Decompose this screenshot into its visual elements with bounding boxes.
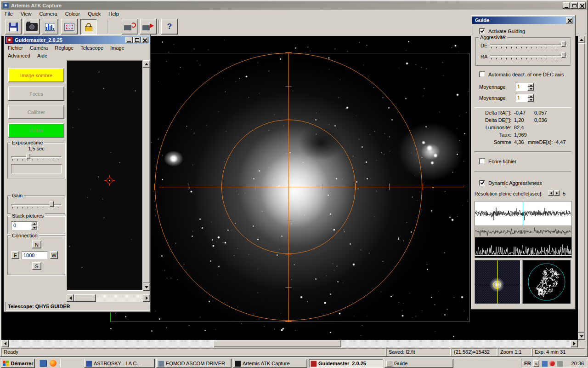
stack-pictures-spinbox[interactable]: 0 [11, 221, 38, 230]
menu-view[interactable]: View [17, 10, 35, 18]
guidemaster-minimize-button[interactable] [125, 37, 133, 43]
pulse-duration-input[interactable] [22, 251, 47, 259]
auto-deact-checkbox[interactable] [479, 71, 485, 77]
artemis-titlebar[interactable]: Artemis ATK Capture [1, 1, 587, 10]
arrow-up-icon [580, 39, 583, 41]
horizontal-scroll-thumb[interactable] [214, 340, 341, 347]
scroll-up-button[interactable] [578, 36, 585, 43]
scroll-left-button[interactable] [1, 340, 9, 347]
show-desktop-icon[interactable] [40, 360, 47, 367]
preview-horizontal-scrollbar[interactable] [67, 294, 150, 302]
write-file-checkbox[interactable] [479, 158, 485, 164]
task-guide[interactable]: Guide [384, 359, 453, 368]
start-button[interactable]: Démarrer [1, 359, 35, 368]
task-eqmod[interactable]: EQMOD ASCOM DRIVER [156, 359, 232, 368]
south-button[interactable]: S [32, 262, 41, 270]
menu-quick[interactable]: Quick [85, 10, 104, 18]
save-button[interactable] [5, 19, 22, 34]
de-aggressivity-slider[interactable] [490, 41, 567, 49]
menu-camera[interactable]: Camera [36, 10, 61, 18]
dither-scatter-plot [522, 260, 571, 304]
slider-thumb[interactable] [50, 201, 54, 207]
spin-down-button[interactable] [528, 98, 534, 102]
menu-aide[interactable]: Aide [34, 52, 50, 59]
scroll-left-button[interactable] [67, 294, 74, 302]
tray-alert-icon[interactable] [549, 361, 555, 366]
calibrate-button[interactable]: Calibrer [8, 105, 64, 119]
help-button[interactable]: ? [161, 19, 178, 34]
menu-file[interactable]: File [1, 10, 16, 18]
east-label: E [14, 253, 17, 258]
focus-button[interactable]: Focus [8, 86, 64, 101]
spin-up-button[interactable] [31, 222, 37, 225]
loop-capture-button[interactable] [122, 19, 138, 34]
image-vertical-scrollbar[interactable] [578, 36, 585, 340]
guidemaster-maximize-button[interactable] [133, 37, 141, 43]
histogram-button[interactable] [42, 19, 58, 34]
menu-camera-fr[interactable]: Caméra [27, 44, 51, 52]
artemis-minimize-button[interactable] [563, 2, 570, 9]
exposure-slider[interactable] [11, 153, 62, 161]
stat-value: 1,20 [514, 117, 524, 123]
spin-down-button[interactable] [528, 87, 534, 91]
artemis-maximize-button[interactable] [571, 2, 578, 9]
guidemaster-titlebar[interactable]: Guidemaster_2.0.25 [5, 36, 149, 44]
averaging-spinbox-1[interactable]: 1 [515, 83, 534, 91]
image-horizontal-scrollbar[interactable] [1, 340, 578, 347]
slider-thumb[interactable] [561, 41, 565, 47]
west-button[interactable]: W [50, 251, 58, 259]
lock-button[interactable] [80, 19, 97, 34]
task-artemis[interactable]: Artemis ATK Capture [233, 359, 307, 368]
scroll-right-button[interactable] [571, 340, 578, 347]
guide-button[interactable]: Guide [8, 123, 64, 138]
spin-up-button[interactable] [528, 83, 534, 87]
task-guidemaster[interactable]: Guidemaster_2.0.25 [309, 359, 383, 368]
guidemaster-close-button[interactable] [141, 37, 148, 43]
subframe-button[interactable] [61, 19, 78, 34]
snapshot-icon [142, 23, 154, 31]
menu-help[interactable]: Help [105, 10, 122, 18]
menu-colour[interactable]: Colour [62, 10, 83, 18]
gain-slider[interactable] [11, 201, 62, 209]
menu-image[interactable]: Image [107, 44, 127, 52]
slider-thumb[interactable] [26, 154, 30, 159]
ra-label: RA [481, 54, 487, 59]
east-button[interactable]: E [11, 251, 19, 259]
guide-panel-titlebar[interactable]: Guide [472, 17, 574, 24]
resolution-decrease-button[interactable] [548, 190, 554, 196]
snapshot-button[interactable] [140, 19, 157, 34]
task-astrosky[interactable]: ASTROSKY - LA C... [84, 359, 155, 368]
spin-down-button[interactable] [31, 226, 37, 230]
scroll-down-button[interactable] [578, 333, 585, 340]
ra-aggressivity-slider[interactable] [490, 52, 567, 60]
camera-button[interactable] [23, 19, 40, 34]
arrow-up-icon [530, 84, 532, 86]
tray-volume-icon[interactable] [557, 361, 563, 367]
horizontal-scroll-thumb[interactable] [74, 294, 96, 302]
scroll-down-button[interactable] [143, 283, 150, 291]
activate-guiding-checkbox[interactable] [479, 28, 485, 34]
connection-group-label: Connection [11, 233, 39, 238]
spin-up-button[interactable] [528, 94, 534, 98]
language-indicator[interactable]: FR [524, 361, 531, 366]
dynamic-aggressivness-checkbox[interactable] [479, 180, 485, 186]
menu-fichier[interactable]: Fichier [5, 44, 26, 52]
vertical-scroll-thumb[interactable] [578, 43, 585, 333]
guide-panel-close-button[interactable] [566, 17, 573, 23]
browser-icon[interactable] [50, 360, 57, 367]
dark-frame-button[interactable]: Image sombre [8, 68, 64, 82]
scroll-right-button[interactable] [143, 294, 150, 302]
preview-vertical-scrollbar[interactable] [143, 60, 150, 291]
tray-expand-button[interactable]: « [533, 360, 539, 367]
vertical-scroll-thumb[interactable] [143, 68, 150, 283]
slider-thumb[interactable] [561, 52, 565, 58]
scroll-up-button[interactable] [143, 60, 150, 68]
tray-network-icon[interactable] [542, 361, 548, 367]
north-button[interactable]: N [32, 241, 41, 248]
menu-reglage[interactable]: Réglage [52, 44, 76, 52]
resolution-increase-button[interactable] [554, 190, 560, 196]
averaging-spinbox-2[interactable]: 1 [515, 94, 534, 102]
artemis-close-button[interactable] [578, 2, 586, 9]
menu-telescope[interactable]: Telescope [78, 44, 106, 52]
menu-advanced[interactable]: Advanced [5, 52, 33, 59]
